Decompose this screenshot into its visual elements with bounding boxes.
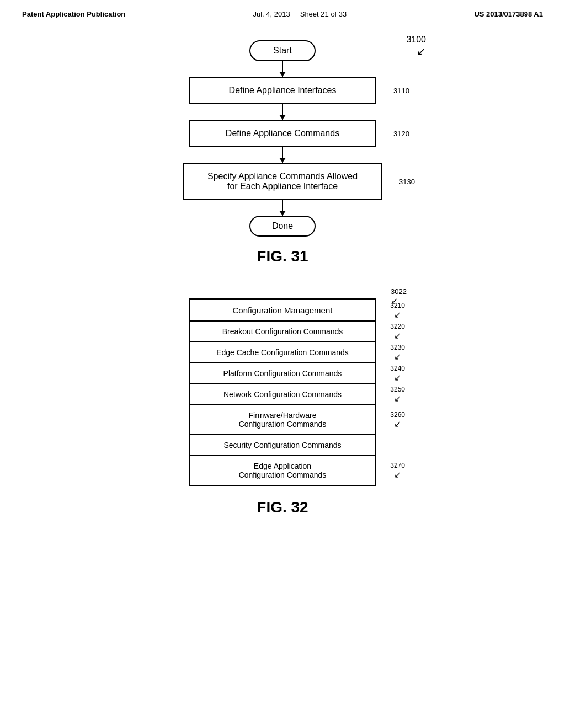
label-3120: 3120 xyxy=(393,130,409,138)
hierarchy-row-1: Breakout Configuration Commands 3220↙ xyxy=(190,321,375,342)
fc-arrow-4 xyxy=(282,200,283,216)
fc-done-node: Done xyxy=(249,216,316,237)
fig32-section: 3022 ↙ Configuration Management 3210↙ Br… xyxy=(0,298,565,516)
fc-node-3110-wrapper: Define Appliance Interfaces 3110 xyxy=(189,77,376,104)
hierarchy-row-7: Edge ApplicationConfiguration Commands 3… xyxy=(190,456,375,485)
sheet-label: Sheet 21 of 33 xyxy=(300,10,347,18)
hierarchy-box: Configuration Management 3210↙ Breakout … xyxy=(189,298,376,486)
page-header: Patent Application Publication Jul. 4, 2… xyxy=(0,0,565,24)
row-label-3220: 3220↙ xyxy=(390,323,405,341)
date-label: Jul. 4, 2013 xyxy=(253,10,290,18)
date-sheet-label: Jul. 4, 2013 Sheet 21 of 33 xyxy=(253,10,347,18)
row-label-3210: 3210↙ xyxy=(390,301,405,319)
label-3110: 3110 xyxy=(393,87,409,95)
label-3130: 3130 xyxy=(399,178,415,186)
patent-number-label: US 2013/0173898 A1 xyxy=(474,10,543,18)
row-label-3270: 3270↙ xyxy=(390,462,405,480)
row-label-3260: 3260↙ xyxy=(390,411,405,429)
fig31-section: 3100 ↙ Start Define Appliance Interfaces… xyxy=(0,40,565,265)
hierarchy-row-5: Firmware/HardwareConfiguration Commands … xyxy=(190,405,375,435)
hierarchy-row-0: Configuration Management 3210↙ xyxy=(190,299,375,321)
row-label-3250: 3250↙ xyxy=(390,386,405,404)
hierarchy-row-6: Security Configuration Commands xyxy=(190,435,375,456)
flowchart-fig31: Start Define Appliance Interfaces 3110 D… xyxy=(145,40,420,265)
fc-arrow-1 xyxy=(282,61,283,77)
hierarchy-wrapper: 3022 ↙ Configuration Management 3210↙ Br… xyxy=(189,298,376,486)
publication-label: Patent Application Publication xyxy=(22,10,125,18)
fc-arrow-2 xyxy=(282,104,283,120)
hierarchy-row-4: Network Configuration Commands 3250↙ xyxy=(190,384,375,405)
hierarchy-row-3: Platform Configuration Commands 3240↙ xyxy=(190,363,375,384)
row-label-3230: 3230↙ xyxy=(390,344,405,362)
fc-node-3110: Define Appliance Interfaces xyxy=(189,77,376,104)
fc-node-3130: Specify Appliance Commands Allowedfor Ea… xyxy=(183,163,382,200)
fc-node-3120: Define Appliance Commands xyxy=(189,120,376,147)
fig32-title: FIG. 32 xyxy=(257,499,308,516)
fc-node-3130-wrapper: Specify Appliance Commands Allowedfor Ea… xyxy=(183,163,382,200)
row-label-3240: 3240↙ xyxy=(390,365,405,383)
fc-start-node: Start xyxy=(249,40,316,61)
fig31-title: FIG. 31 xyxy=(257,248,308,265)
fc-arrow-3 xyxy=(282,147,283,163)
fc-node-3120-wrapper: Define Appliance Commands 3120 xyxy=(189,120,376,147)
hierarchy-row-2: Edge Cache Configuration Commands 3230↙ xyxy=(190,342,375,363)
